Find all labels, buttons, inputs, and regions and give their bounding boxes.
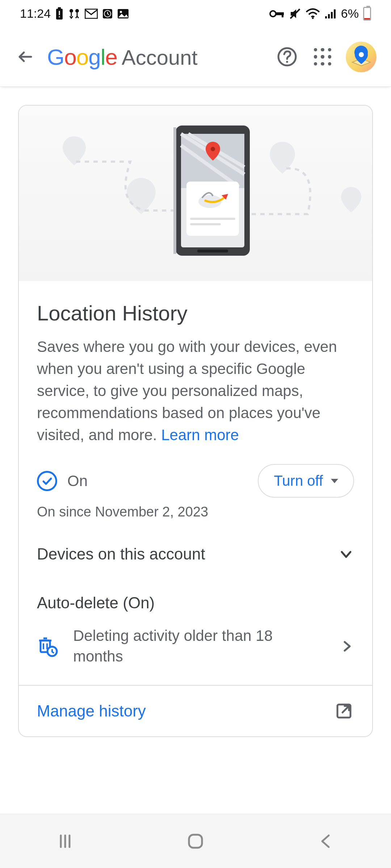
svg-point-11 bbox=[270, 11, 276, 17]
google-account-logo: Google Account bbox=[47, 44, 198, 70]
nav-back[interactable] bbox=[311, 827, 340, 856]
status-row: On Turn off bbox=[37, 464, 354, 498]
battery-alert-icon bbox=[55, 7, 64, 20]
apps-grid-icon bbox=[312, 46, 333, 68]
mute-icon bbox=[289, 8, 301, 20]
back-button[interactable] bbox=[14, 46, 36, 68]
svg-rect-18 bbox=[331, 12, 333, 18]
autodelete-title: Auto-delete (On) bbox=[37, 594, 354, 612]
signal-icon bbox=[324, 8, 337, 19]
status-on-label: On bbox=[67, 472, 88, 490]
status-time: 11:24 bbox=[20, 7, 51, 21]
devices-row[interactable]: Devices on this account bbox=[37, 545, 354, 563]
svg-rect-13 bbox=[282, 12, 283, 17]
vpn-key-icon bbox=[269, 9, 285, 18]
devices-label: Devices on this account bbox=[37, 545, 205, 563]
manage-history-link[interactable]: Manage history bbox=[37, 702, 146, 720]
status-text-wrap: On bbox=[67, 472, 88, 490]
back-icon bbox=[318, 833, 334, 849]
wifi-icon bbox=[306, 8, 320, 19]
svg-rect-30 bbox=[190, 218, 235, 220]
svg-rect-19 bbox=[334, 9, 336, 18]
home-icon bbox=[186, 832, 205, 851]
svg-rect-2 bbox=[59, 11, 60, 15]
page-description: Saves where you go with your devices, ev… bbox=[37, 336, 354, 446]
chevron-down-icon bbox=[338, 546, 354, 562]
svg-point-5 bbox=[75, 9, 79, 13]
trash-clock-icon bbox=[37, 635, 59, 657]
svg-rect-1 bbox=[58, 7, 61, 9]
learn-more-link[interactable]: Learn more bbox=[161, 426, 239, 443]
nav-recents[interactable] bbox=[51, 827, 80, 856]
card-footer: Manage history bbox=[19, 685, 372, 736]
svg-point-4 bbox=[70, 9, 73, 13]
app-bar: Google Account bbox=[0, 27, 391, 87]
gmail-icon bbox=[85, 9, 98, 19]
check-icon bbox=[41, 475, 53, 487]
svg-rect-3 bbox=[59, 16, 60, 17]
android-status-bar: 11:24 6% bbox=[0, 0, 391, 27]
svg-point-10 bbox=[120, 11, 122, 13]
hero-illustration bbox=[19, 106, 372, 281]
svg-rect-16 bbox=[325, 16, 327, 18]
svg-rect-17 bbox=[328, 14, 330, 18]
help-button[interactable] bbox=[275, 44, 299, 69]
svg-rect-41 bbox=[189, 835, 202, 848]
arrow-left-icon bbox=[17, 48, 34, 65]
page-title: Location History bbox=[37, 301, 354, 325]
nav-home[interactable] bbox=[181, 827, 210, 856]
svg-rect-28 bbox=[186, 182, 239, 236]
turn-off-label: Turn off bbox=[274, 473, 323, 489]
android-nav-bar bbox=[0, 814, 391, 868]
dropdown-caret-icon bbox=[331, 479, 338, 483]
status-right: 6% bbox=[269, 7, 371, 21]
autodelete-row[interactable]: Deleting activity older than 18 months bbox=[37, 626, 354, 667]
svg-rect-31 bbox=[190, 223, 221, 225]
location-history-card: Location History Saves where you go with… bbox=[18, 105, 373, 737]
photo-icon bbox=[117, 9, 129, 19]
turn-off-button[interactable]: Turn off bbox=[258, 464, 354, 498]
help-icon bbox=[277, 47, 297, 67]
account-word: Account bbox=[122, 45, 198, 69]
status-left: 11:24 bbox=[20, 7, 129, 21]
autodelete-detail: Deleting activity older than 18 months bbox=[73, 626, 325, 667]
data-sync-icon bbox=[68, 8, 80, 20]
svg-point-22 bbox=[359, 52, 364, 57]
status-on-icon bbox=[37, 471, 57, 491]
svg-point-21 bbox=[286, 61, 288, 63]
status-since: On since November 2, 2023 bbox=[37, 504, 354, 520]
svg-rect-24 bbox=[173, 127, 176, 254]
apps-button[interactable] bbox=[310, 44, 335, 69]
open-external-icon[interactable] bbox=[334, 701, 354, 721]
svg-point-27 bbox=[211, 147, 215, 151]
battery-icon bbox=[363, 7, 371, 21]
svg-rect-32 bbox=[197, 250, 228, 252]
avatar-maps-icon bbox=[349, 44, 374, 69]
battery-pct: 6% bbox=[341, 7, 359, 21]
clock-square-icon bbox=[102, 8, 113, 19]
svg-rect-6 bbox=[85, 9, 97, 18]
card-content: Location History Saves where you go with… bbox=[19, 281, 372, 685]
recents-icon bbox=[56, 833, 74, 850]
svg-point-15 bbox=[312, 17, 314, 19]
account-avatar[interactable] bbox=[346, 42, 377, 72]
page-content: Location History Saves where you go with… bbox=[0, 87, 391, 755]
chevron-right-icon bbox=[340, 639, 354, 654]
